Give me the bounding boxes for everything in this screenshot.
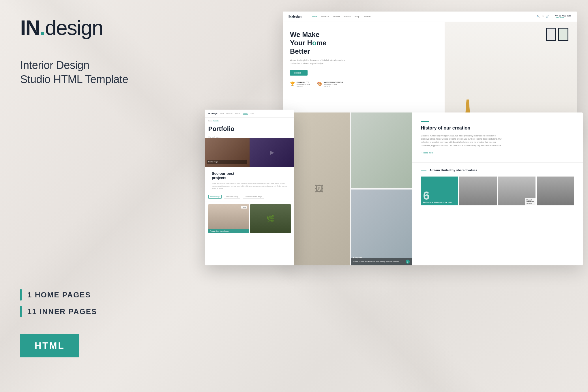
feature-durability-text: DURABILITY Exclusive 10 yearwarranty: [297, 81, 310, 87]
item-label-1: A smart three storey house: [208, 229, 249, 233]
team-member-2: DanielNikolson Designer: [498, 177, 535, 205]
interior-icon: 🎨: [317, 81, 322, 86]
p-nav-portfolio[interactable]: Portfolio: [243, 112, 248, 115]
nav-services[interactable]: Services: [333, 16, 340, 18]
stat-inner-pages: 11 INNER PAGES: [20, 306, 173, 317]
about-images: 🖼 Watch a video about how we work and tr…: [289, 112, 412, 265]
stat-bar-2: [20, 306, 22, 317]
room-badge: Room: [241, 206, 247, 209]
about-content: 🖼 Watch a video about how we work and tr…: [289, 112, 583, 265]
nav-about[interactable]: About Us: [321, 16, 329, 18]
feature-modern-text: MODERN INTERIOR Exclusive 12 yearwarrant…: [324, 81, 343, 87]
nav-logo: IN.design: [289, 15, 302, 18]
stats-section: 1 HOME PAGES 11 INNER PAGES HTML: [20, 289, 173, 357]
nav-right: 🔍 ♡ 🛒 +44 20 7722 0088 Order a call: [537, 15, 571, 18]
portfolio-header: Portfolio: [205, 124, 294, 136]
tab-architecture[interactable]: Architecture Design: [224, 195, 241, 199]
team-section: A team United by shared values 6 Profess…: [412, 162, 583, 211]
portfolio-title: Portfolio: [208, 125, 234, 133]
about-mockup: 🖼 Watch a video about how we work and tr…: [289, 112, 583, 265]
nav-links: Home About Us Services Portfolio Shop Co…: [312, 16, 371, 18]
tagline: Interior DesignStudio HTML Template: [20, 58, 173, 87]
team-title: A team United by shared values: [421, 168, 574, 172]
portfolio-nav-links: Home About Us Services Portfolio Shop: [220, 112, 254, 115]
stat-label-2: 11 INNER PAGES: [27, 307, 97, 316]
portfolio-item-2[interactable]: 🌿: [250, 204, 291, 233]
cart-icon[interactable]: 🛒: [546, 15, 549, 18]
tab-interior[interactable]: Interior design: [208, 195, 222, 199]
feature-modern: 🎨 MODERN INTERIOR Exclusive 12 yearwarra…: [317, 81, 343, 87]
portfolio-nav: IN.design Home About Us Services Portfol…: [205, 110, 294, 118]
history-section: History of our creation Since our humble…: [412, 112, 511, 162]
team-role: Professional designers in our team: [423, 201, 456, 203]
p-nav-about[interactable]: About Us: [226, 112, 233, 115]
phone-number: +44 20 7722 0088: [555, 15, 571, 17]
image-grid: 🖼 Watch a video about how we work and tr…: [289, 112, 412, 265]
tab-commercial[interactable]: Commercial interior design: [243, 195, 264, 199]
portfolio-logo: IN.design: [208, 112, 218, 115]
search-icon[interactable]: 🔍: [537, 15, 540, 18]
nav-contacts[interactable]: Contacts: [363, 16, 371, 18]
projects-title: See our bestprojects: [208, 169, 291, 182]
hero-features: 🏆 DURABILITY Exclusive 10 yearwarranty 🎨…: [290, 81, 437, 87]
logo-dot: .: [40, 16, 45, 39]
portfolio-grid: Room A smart three storey house 🌿: [205, 202, 294, 235]
about-img-2: [351, 112, 412, 188]
order-link[interactable]: Order a call: [555, 17, 571, 18]
art-frame-1: [546, 28, 556, 41]
portfolio-item-1[interactable]: Room A smart three storey house: [208, 204, 249, 233]
video-text: Watch a video about how we work and try …: [353, 261, 399, 262]
nav-portfolio[interactable]: Portfolio: [344, 16, 351, 18]
video-overlay: Watch a video about how we work and try …: [351, 258, 412, 265]
about-img-video: Watch a video about how we work and try …: [351, 190, 412, 265]
team-number: 6: [423, 190, 456, 201]
portfolio-breadcrumb: Home / Portfolio: [205, 118, 294, 124]
left-panel: IN.design Interior DesignStudio HTML Tem…: [0, 0, 193, 392]
team-stats: 6 Professional designers in our team: [421, 177, 458, 205]
right-section: IN.design Home About Us Services Portfol…: [193, 0, 588, 392]
history-title: History of our creation: [421, 125, 502, 131]
nav-bar: IN.design Home About Us Services Portfol…: [283, 12, 577, 22]
stat-label-1: 1 HOME PAGES: [27, 290, 91, 299]
team-member-1: [459, 177, 497, 205]
portfolio-hero-image: Interior image 📷: [205, 138, 294, 167]
p-nav-services[interactable]: Services: [235, 112, 240, 115]
play-button[interactable]: ▶: [406, 260, 410, 264]
logo-text: IN.design: [20, 17, 173, 38]
trophy-icon: 🏆: [290, 81, 295, 86]
hero-cta-button[interactable]: to order →: [290, 70, 308, 76]
feature-durability: 🏆 DURABILITY Exclusive 10 yearwarranty: [290, 81, 310, 87]
logo-brand: IN: [20, 16, 40, 39]
member-name: DanielNikolson Designer: [525, 198, 535, 205]
portfolio-filter-tabs: Interior design Architecture Design Comm…: [205, 192, 294, 202]
stat-bar-1: [20, 289, 22, 301]
play-video-label: ▶ Play video: [353, 257, 362, 258]
projects-desc: Since our humble beginnings in 2006, We …: [208, 182, 291, 192]
heart-icon[interactable]: ♡: [542, 15, 544, 18]
hero-title: We MakeYour HomeBetter: [290, 31, 437, 55]
nav-shop[interactable]: Shop: [355, 16, 359, 18]
section-accent-line: [421, 121, 429, 122]
html-badge: HTML: [20, 334, 79, 357]
stat-home-pages: 1 HOME PAGES: [20, 289, 173, 301]
p-nav-shop[interactable]: Shop: [250, 112, 254, 115]
read-more-link[interactable]: → Read more: [421, 152, 502, 154]
team-member-3: [537, 177, 574, 205]
art-frame-2: [558, 28, 568, 41]
p-nav-home[interactable]: Home: [220, 112, 224, 115]
wall-art: [546, 28, 568, 41]
about-img-main: 🖼: [289, 112, 350, 265]
logo-design: design: [45, 16, 103, 39]
team-grid: 6 Professional designers in our team Dan…: [421, 177, 574, 205]
about-right: History of our creation Since our humble…: [412, 112, 583, 265]
history-desc: Since our humble beginnings in 2006, We …: [421, 134, 502, 147]
portfolio-mockup: IN.design Home About Us Services Portfol…: [205, 110, 294, 265]
logo: IN.design: [20, 17, 173, 38]
hero-subtitle: We are tending to the thousands of detai…: [290, 59, 348, 65]
nav-home[interactable]: Home: [312, 16, 317, 18]
projects-section: See our bestprojects Since our humble be…: [205, 167, 294, 192]
